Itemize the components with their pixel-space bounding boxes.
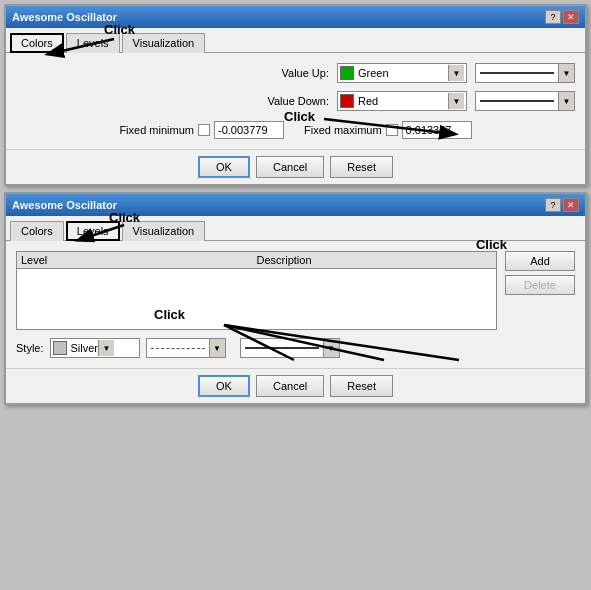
tab-visualization-2[interactable]: Visualization <box>122 221 206 241</box>
value-up-line-select[interactable]: ▼ <box>475 63 575 83</box>
style-color-arrow[interactable]: ▼ <box>98 340 114 356</box>
fixed-max-group: Fixed maximum <box>304 121 472 139</box>
style-line-arrow[interactable]: ▼ <box>323 339 339 357</box>
fixed-min-group: Fixed minimum <box>119 121 284 139</box>
col-description: Description <box>257 254 493 266</box>
levels-table: Level Description <box>16 251 497 330</box>
tab-bar-2: Colors Levels Visualization <box>6 216 585 241</box>
value-down-line-select[interactable]: ▼ <box>475 91 575 111</box>
reset-button-1[interactable]: Reset <box>330 156 393 178</box>
levels-content: Level Description Style: Silver ▼ <box>6 241 585 368</box>
dashed-preview <box>151 348 205 349</box>
dashed-arrow[interactable]: ▼ <box>209 339 225 357</box>
fixed-max-label: Fixed maximum <box>304 124 382 136</box>
title-controls-1: ? ✕ <box>545 10 579 24</box>
fixed-max-input[interactable] <box>402 121 472 139</box>
dialog2-bottom: OK Cancel Reset <box>6 368 585 403</box>
colors-content: Value Up: Green ▼ ▼ Value Down: Red ▼ <box>6 53 585 149</box>
value-down-line-preview <box>480 100 554 102</box>
levels-layout: Level Description Style: Silver ▼ <box>16 251 575 358</box>
value-down-color-text: Red <box>358 95 448 107</box>
table-body <box>17 269 496 329</box>
cancel-button-2[interactable]: Cancel <box>256 375 324 397</box>
value-up-line-arrow[interactable]: ▼ <box>558 64 574 82</box>
fixed-min-label: Fixed minimum <box>119 124 194 136</box>
levels-buttons: Add Delete <box>505 251 575 358</box>
ok-button-1[interactable]: OK <box>198 156 250 178</box>
style-color-box <box>53 341 67 355</box>
value-down-line-arrow[interactable]: ▼ <box>558 92 574 110</box>
value-up-color-box <box>340 66 354 80</box>
dialog1-bottom: OK Cancel Reset <box>6 149 585 184</box>
value-up-line-preview <box>480 72 554 74</box>
value-down-color-box <box>340 94 354 108</box>
value-down-row: Value Down: Red ▼ ▼ <box>16 91 575 111</box>
value-down-dropdown-arrow[interactable]: ▼ <box>448 93 464 109</box>
style-color-select[interactable]: Silver ▼ <box>50 338 140 358</box>
title-bar-2: Awesome Oscillator ? ✕ <box>6 194 585 216</box>
style-label: Style: <box>16 342 44 354</box>
tab-colors-2[interactable]: Colors <box>10 221 64 241</box>
value-down-color-select[interactable]: Red ▼ <box>337 91 467 111</box>
style-color-text: Silver <box>71 342 99 354</box>
delete-button[interactable]: Delete <box>505 275 575 295</box>
style-line-preview <box>245 347 319 349</box>
reset-button-2[interactable]: Reset <box>330 375 393 397</box>
table-header: Level Description <box>17 252 496 269</box>
value-up-color-text: Green <box>358 67 448 79</box>
fixed-max-checkbox[interactable] <box>386 124 398 136</box>
value-up-color-select[interactable]: Green ▼ <box>337 63 467 83</box>
tab-levels-2[interactable]: Levels <box>66 221 120 241</box>
value-up-dropdown-arrow[interactable]: ▼ <box>448 65 464 81</box>
fixed-min-checkbox[interactable] <box>198 124 210 136</box>
tab-visualization-1[interactable]: Visualization <box>122 33 206 53</box>
title-1: Awesome Oscillator <box>12 11 117 23</box>
title-controls-2: ? ✕ <box>545 198 579 212</box>
value-up-row: Value Up: Green ▼ ▼ <box>16 63 575 83</box>
tab-colors-1[interactable]: Colors <box>10 33 64 53</box>
add-button[interactable]: Add <box>505 251 575 271</box>
levels-table-container: Level Description Style: Silver ▼ <box>16 251 497 358</box>
title-2: Awesome Oscillator <box>12 199 117 211</box>
help-button-1[interactable]: ? <box>545 10 561 24</box>
fixed-row: Fixed minimum Fixed maximum <box>16 121 575 139</box>
cancel-button-1[interactable]: Cancel <box>256 156 324 178</box>
help-button-2[interactable]: ? <box>545 198 561 212</box>
fixed-min-input[interactable] <box>214 121 284 139</box>
title-bar-1: Awesome Oscillator ? ✕ <box>6 6 585 28</box>
value-up-label: Value Up: <box>282 67 330 79</box>
value-down-label: Value Down: <box>267 95 329 107</box>
style-row: Style: Silver ▼ ▼ ▼ <box>16 338 497 358</box>
dialog2: Awesome Oscillator ? ✕ Colors Levels Vis… <box>4 192 587 405</box>
col-level: Level <box>21 254 257 266</box>
dashed-select[interactable]: ▼ <box>146 338 226 358</box>
dialog1: Awesome Oscillator ? ✕ Colors Levels Vis… <box>4 4 587 186</box>
tab-bar-1: Colors Levels Visualization <box>6 28 585 53</box>
tab-levels-1[interactable]: Levels <box>66 33 120 53</box>
ok-button-2[interactable]: OK <box>198 375 250 397</box>
style-line-select[interactable]: ▼ <box>240 338 340 358</box>
close-button-2[interactable]: ✕ <box>563 198 579 212</box>
close-button-1[interactable]: ✕ <box>563 10 579 24</box>
